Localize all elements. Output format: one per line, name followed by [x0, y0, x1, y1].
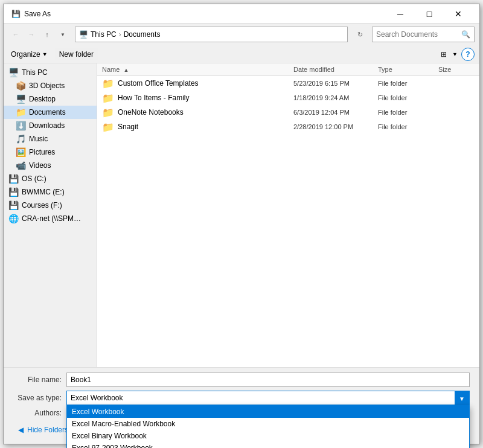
new-folder-label: New folder	[59, 50, 94, 59]
hide-folders-button[interactable]: ◀ Hide Folders	[13, 423, 73, 437]
refresh-button[interactable]: ↻	[353, 27, 367, 42]
file-name-label: File name:	[13, 376, 62, 384]
sidebar-item-3d-objects[interactable]: 📦 3D Objects	[4, 79, 97, 92]
bwmmc-icon: 💾	[8, 187, 18, 197]
address-bar[interactable]: 🖥️ This PC › Documents	[75, 27, 348, 42]
close-button[interactable]: ✕	[444, 7, 472, 21]
view-button[interactable]: ⊞	[437, 47, 451, 62]
maximize-button[interactable]: □	[415, 7, 443, 21]
column-name[interactable]: Name ▲	[102, 66, 293, 73]
sidebar-label-this-pc: This PC	[22, 68, 48, 77]
sidebar-label-pictures: Pictures	[29, 148, 55, 156]
hide-folders-label: Hide Folders	[27, 426, 68, 434]
search-icon: 🔍	[461, 30, 470, 39]
sidebar-item-downloads[interactable]: ⬇️ Downloads	[4, 119, 97, 132]
dropdown-item-excel-binary[interactable]: Excel Binary Workbook	[67, 430, 469, 442]
music-icon: 🎵	[16, 134, 25, 144]
dropdown-item-excel-97-2003[interactable]: Excel 97-2003 Workbook	[67, 442, 469, 448]
pictures-icon: 🖼️	[16, 147, 25, 157]
sidebar: 🖥️ This PC 📦 3D Objects 🖥️ Desktop 📁 Doc…	[4, 63, 97, 367]
sidebar-label-3d-objects: 3D Objects	[29, 82, 65, 90]
file-row-onenote[interactable]: 📁 OneNote Notebooks 6/3/2019 12:04 PM Fi…	[97, 105, 479, 120]
sidebar-item-courses-f[interactable]: 💾 Courses (F:)	[4, 199, 97, 212]
column-type: Type	[378, 66, 438, 73]
up-button[interactable]: ↑	[40, 27, 54, 42]
organize-label: Organize	[11, 50, 40, 59]
desktop-icon: 🖥️	[16, 94, 25, 104]
sidebar-label-courses: Courses (F:)	[22, 201, 62, 210]
action-bar: Organize ▼ New folder ⊞ ▼ ?	[4, 45, 479, 63]
documents-icon: 📁	[16, 107, 25, 117]
save-type-display[interactable]: Excel Workbook ▼	[66, 391, 470, 405]
file-modified-how-to-items: 1/18/2019 9:24 AM	[293, 94, 378, 101]
save-as-dialog: 💾 Save As ─ □ ✕ ← → ↑ ▼ 🖥️ This PC › Doc…	[3, 4, 480, 444]
sidebar-label-desktop: Desktop	[29, 95, 56, 103]
file-row-snagit[interactable]: 📁 Snagit 2/28/2019 12:00 PM File folder	[97, 120, 479, 134]
help-button[interactable]: ?	[461, 48, 475, 61]
title-bar: 💾 Save As ─ □ ✕	[4, 4, 479, 24]
save-type-value: Excel Workbook	[71, 394, 123, 402]
main-area: 🖥️ This PC 📦 3D Objects 🖥️ Desktop 📁 Doc…	[4, 63, 479, 367]
sidebar-item-os-c[interactable]: 💾 OS (C:)	[4, 172, 97, 185]
dialog-title: Save As	[24, 10, 51, 18]
sidebar-item-pictures[interactable]: 🖼️ Pictures	[4, 146, 97, 159]
file-type-onenote: File folder	[378, 109, 438, 116]
organize-chevron: ▼	[42, 51, 48, 57]
cra-net-icon: 🌐	[8, 214, 18, 223]
file-row-custom-templates[interactable]: 📁 Custom Office Templates 5/23/2019 6:15…	[97, 76, 479, 91]
sidebar-item-music[interactable]: 🎵 Music	[4, 132, 97, 146]
sidebar-label-music: Music	[29, 135, 48, 143]
downloads-icon: ⬇️	[16, 121, 25, 130]
authors-label: Authors:	[13, 409, 62, 417]
sort-indicator: ▲	[123, 67, 129, 73]
sidebar-item-cra-net[interactable]: 🌐 CRA-net (\\SPMAIIN\...	[4, 212, 97, 225]
sidebar-label-documents: Documents	[29, 108, 66, 117]
sidebar-item-documents[interactable]: 📁 Documents	[4, 106, 97, 119]
search-bar[interactable]: 🔍	[372, 27, 475, 42]
file-name-how-to-items: How To Items - Family	[118, 94, 293, 102]
sidebar-label-os-c: OS (C:)	[22, 174, 46, 183]
file-modified-custom-templates: 5/23/2019 6:15 PM	[293, 80, 378, 87]
os-c-icon: 💾	[8, 174, 18, 184]
recent-locations-button[interactable]: ▼	[56, 27, 70, 42]
column-date-modified[interactable]: Date modified	[293, 66, 378, 73]
save-type-arrow[interactable]: ▼	[455, 391, 469, 406]
search-input[interactable]	[376, 30, 459, 39]
view-dropdown[interactable]: ▼	[452, 51, 458, 57]
file-list-header: Name ▲ Date modified Type Size	[97, 63, 479, 76]
new-folder-button[interactable]: New folder	[55, 48, 98, 60]
file-row-how-to-items[interactable]: 📁 How To Items - Family 1/18/2019 9:24 A…	[97, 91, 479, 105]
dropdown-item-excel-macro-enabled[interactable]: Excel Macro-Enabled Workbook	[67, 418, 469, 430]
hide-folders-arrow: ◀	[18, 426, 24, 434]
sidebar-item-this-pc[interactable]: 🖥️ This PC	[4, 66, 97, 79]
folder-icon: 📁	[102, 107, 114, 117]
column-size: Size	[438, 66, 475, 73]
sidebar-item-bwmmc-e[interactable]: 💾 BWMMC (E:)	[4, 185, 97, 199]
file-name-row: File name:	[13, 373, 470, 387]
bottom-section: File name: Save as type: Excel Workbook …	[4, 367, 479, 444]
nav-toolbar: ← → ↑ ▼ 🖥️ This PC › Documents ↻ 🔍	[4, 24, 479, 45]
folder-icon: 📁	[102, 122, 114, 132]
file-name-custom-templates: Custom Office Templates	[118, 79, 293, 88]
forward-button[interactable]: →	[24, 27, 39, 42]
dropdown-item-excel-workbook[interactable]: Excel Workbook	[67, 406, 469, 418]
3d-objects-icon: 📦	[16, 81, 25, 91]
sidebar-label-cra-net: CRA-net (\\SPMAIIN\...	[22, 214, 82, 223]
sidebar-label-videos: Videos	[29, 161, 51, 170]
back-button[interactable]: ←	[8, 27, 23, 42]
file-name-input[interactable]	[66, 373, 470, 387]
save-type-dropdown: Excel Workbook Excel Macro-Enabled Workb…	[66, 405, 470, 448]
file-name-snagit: Snagit	[118, 123, 293, 131]
sidebar-item-desktop[interactable]: 🖥️ Desktop	[4, 92, 97, 106]
videos-icon: 📹	[16, 161, 25, 170]
sidebar-item-videos[interactable]: 📹 Videos	[4, 159, 97, 172]
organize-button[interactable]: Organize ▼	[8, 49, 50, 60]
file-list: Name ▲ Date modified Type Size 📁 Custom …	[97, 63, 479, 367]
file-modified-snagit: 2/28/2019 12:00 PM	[293, 123, 378, 130]
file-name-onenote: OneNote Notebooks	[118, 108, 293, 117]
file-type-how-to-items: File folder	[378, 94, 438, 101]
this-pc-icon: 🖥️	[8, 68, 18, 77]
save-type-label: Save as type:	[13, 394, 62, 402]
minimize-button[interactable]: ─	[386, 7, 414, 21]
app-icon: 💾	[11, 9, 21, 19]
